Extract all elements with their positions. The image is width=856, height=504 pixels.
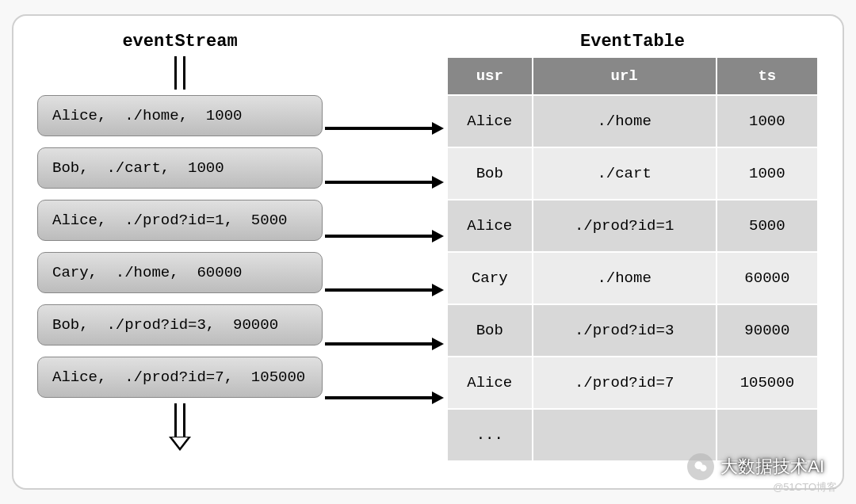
arrow-right-icon [325, 174, 444, 190]
cell-usr: Bob [447, 304, 533, 357]
brand-text: 大数据技术AI [720, 455, 824, 479]
svg-marker-11 [432, 391, 444, 404]
stream-arrow-bottom [169, 403, 191, 440]
table-header-row: usr url ts [447, 57, 818, 95]
event-table: usr url ts Alice ./home 1000 Bob ./cart … [446, 56, 819, 462]
table-row: Alice ./prod?id=1 5000 [447, 200, 818, 252]
wechat-icon [687, 453, 714, 480]
table-row: Bob ./cart 1000 [447, 147, 818, 200]
table-row: Cary ./home 60000 [447, 252, 818, 304]
stream-event: Bob, ./cart, 1000 [37, 147, 323, 189]
stream-event: Bob, ./prod?id=3, 90000 [37, 304, 323, 346]
watermark-text: @51CTO博客 [773, 480, 837, 494]
cell-ts: 105000 [717, 357, 818, 409]
stream-event: Alice, ./home, 1000 [37, 95, 323, 136]
col-usr: usr [447, 57, 533, 95]
diagram-frame: eventStream Alice, ./home, 1000 Bob, ./c… [12, 14, 844, 490]
mapping-arrows [323, 32, 446, 464]
cell-usr: Bob [447, 147, 533, 200]
table-row: Alice ./prod?id=7 105000 [447, 357, 818, 409]
cell-ts: 1000 [717, 95, 818, 147]
cell-url: ./home [533, 252, 717, 304]
cell-url: ./cart [533, 147, 717, 200]
arrow-right-icon [325, 390, 444, 406]
arrow-right-icon [325, 282, 444, 298]
cell-url: ./home [533, 95, 717, 147]
stream-event: Cary, ./home, 60000 [37, 252, 323, 293]
cell-ts: 5000 [717, 200, 818, 252]
cell-ellipsis: ... [447, 409, 533, 461]
cell-ts: 90000 [717, 304, 818, 357]
cell-url: ./prod?id=1 [533, 200, 717, 252]
col-ts: ts [717, 57, 818, 95]
event-table-column: EventTable usr url ts Alice ./home 1000 … [446, 32, 819, 464]
svg-marker-1 [432, 122, 444, 135]
cell-ts: 1000 [717, 147, 818, 200]
svg-marker-5 [432, 230, 444, 242]
svg-marker-3 [432, 176, 444, 189]
cell-usr: Alice [447, 95, 533, 147]
cell-usr: Alice [447, 200, 533, 252]
cell-usr: Cary [447, 252, 533, 304]
cell-url: ./prod?id=7 [533, 357, 717, 409]
cell-usr: Alice [447, 357, 533, 409]
brand-overlay: 大数据技术AI [687, 453, 824, 480]
svg-point-13 [700, 465, 706, 472]
event-stream-column: eventStream Alice, ./home, 1000 Bob, ./c… [37, 32, 323, 464]
stream-title: eventStream [122, 32, 237, 52]
svg-marker-7 [432, 284, 444, 296]
arrow-right-icon [325, 336, 444, 352]
arrow-right-icon [325, 120, 444, 136]
table-title: EventTable [580, 32, 685, 52]
cell-ts: 60000 [717, 252, 818, 304]
stream-event: Alice, ./prod?id=7, 105000 [37, 357, 323, 398]
table-row: Alice ./home 1000 [447, 95, 818, 147]
svg-marker-9 [432, 338, 444, 350]
table-row: Bob ./prod?id=3 90000 [447, 304, 818, 357]
col-url: url [533, 57, 717, 95]
cell-url: ./prod?id=3 [533, 304, 717, 357]
arrow-right-icon [325, 228, 444, 244]
stream-arrow-top [169, 56, 191, 90]
stream-event: Alice, ./prod?id=1, 5000 [37, 200, 323, 241]
